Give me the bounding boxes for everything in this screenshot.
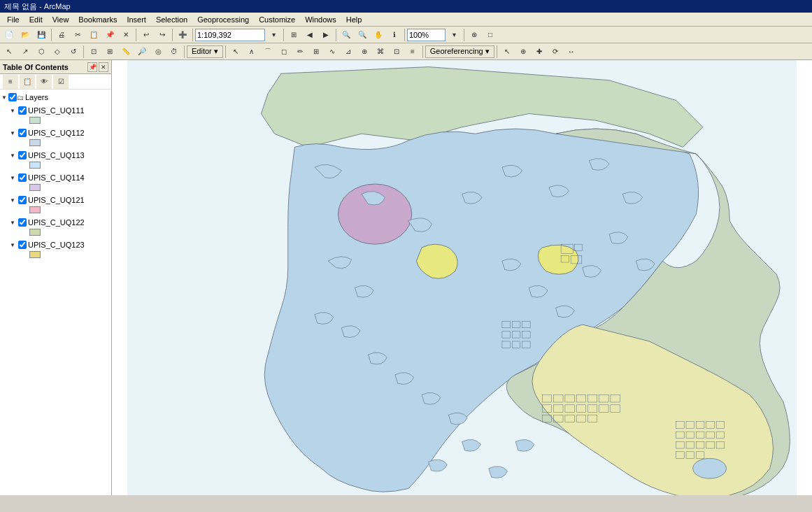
edit-tool9[interactable]: ⊕ bbox=[357, 45, 372, 59]
scale-dropdown[interactable]: ▾ bbox=[266, 28, 281, 42]
layers-group-header[interactable]: ▼ 🗂 Layers bbox=[0, 91, 111, 104]
menu-selection[interactable]: Selection bbox=[152, 14, 192, 25]
cut-button[interactable]: ✂ bbox=[70, 28, 85, 42]
layer-item-3[interactable]: ▼ UPIS_C_UQ114 bbox=[0, 171, 111, 193]
menu-edit[interactable]: Edit bbox=[25, 14, 47, 25]
georef-tool1[interactable]: ↖ bbox=[499, 45, 515, 59]
menu-geoprocessing[interactable]: Geoprocessing bbox=[193, 14, 253, 25]
edit-tool4[interactable]: ◻ bbox=[276, 45, 292, 59]
zoom-full[interactable]: ⊡ bbox=[86, 45, 101, 59]
pan[interactable]: ✋ bbox=[371, 28, 386, 42]
find[interactable]: 🔎 bbox=[134, 45, 150, 59]
edit-tool3[interactable]: ⌒ bbox=[260, 45, 276, 59]
go-to-xy[interactable]: ◎ bbox=[150, 45, 166, 59]
layer-expand-6: ▼ bbox=[10, 242, 17, 248]
layer-checkbox-4[interactable] bbox=[18, 196, 27, 204]
print-button[interactable]: 🖨 bbox=[54, 28, 69, 42]
rotate[interactable]: ↺ bbox=[66, 45, 81, 59]
toc-close-button[interactable]: ✕ bbox=[99, 62, 108, 72]
layer-item-1[interactable]: ▼ UPIS_C_UQ112 bbox=[0, 126, 111, 148]
paste-button[interactable]: 📌 bbox=[102, 28, 117, 42]
edit-vertices[interactable]: ◇ bbox=[50, 45, 65, 59]
layer-item-5[interactable]: ▼ UPIS_C_UQ122 bbox=[0, 215, 111, 238]
select-features[interactable]: ↖ bbox=[1, 45, 17, 59]
redo-button[interactable]: ↪ bbox=[155, 28, 170, 42]
layer-swatch-0 bbox=[29, 117, 41, 124]
edit-tool10[interactable]: ⌘ bbox=[373, 45, 388, 59]
layer-item-2[interactable]: ▼ UPIS_C_UQ113 bbox=[0, 148, 111, 171]
layer-row-6: ▼ UPIS_C_UQ123 bbox=[10, 239, 110, 251]
layer-checkbox-3[interactable] bbox=[18, 173, 27, 182]
georef-tool2[interactable]: ⊕ bbox=[515, 45, 531, 59]
layer-row-0: ▼ UPIS_C_UQ111 bbox=[10, 104, 110, 117]
edit-tool2[interactable]: ∧ bbox=[244, 45, 259, 59]
layer-expand-1: ▼ bbox=[10, 130, 17, 136]
edit-tool1[interactable]: ↖ bbox=[228, 45, 243, 59]
scale-input[interactable] bbox=[195, 29, 265, 41]
zoom-next[interactable]: ▶ bbox=[318, 28, 334, 42]
zoom-in[interactable]: 🔍 bbox=[339, 28, 354, 42]
toc-pin-button[interactable]: 📌 bbox=[87, 62, 97, 72]
georef-dropdown[interactable]: Georeferencing ▾ bbox=[425, 45, 494, 58]
layer-checkbox-5[interactable] bbox=[18, 218, 27, 227]
undo-button[interactable]: ↩ bbox=[138, 28, 154, 42]
menu-customize[interactable]: Customize bbox=[255, 14, 299, 25]
layer-item-4[interactable]: ▼ UPIS_C_UQ121 bbox=[0, 193, 111, 215]
editor-dropdown[interactable]: Editor ▾ bbox=[187, 45, 223, 58]
select-by-lasso[interactable]: ⬡ bbox=[34, 45, 49, 59]
copy-button[interactable]: 📋 bbox=[86, 28, 101, 42]
map-area[interactable] bbox=[112, 60, 812, 495]
layer-label-5: UPIS_C_UQ122 bbox=[28, 218, 85, 227]
tools-toolbar: ↖ ↗ ⬡ ◇ ↺ ⊡ ⊞ 📏 🔎 ◎ ⏱ Editor ▾ ↖ ∧ ⌒ ◻ ✏… bbox=[0, 43, 812, 60]
layer-checkbox-6[interactable] bbox=[18, 241, 27, 249]
menu-view[interactable]: View bbox=[48, 14, 73, 25]
menu-file[interactable]: File bbox=[3, 14, 24, 25]
list-by-visibility[interactable]: 👁 bbox=[36, 75, 52, 89]
layer-item-0[interactable]: ▼ UPIS_C_UQ111 bbox=[0, 104, 111, 126]
zoom-extent[interactable]: ⊞ bbox=[286, 28, 301, 42]
list-by-source[interactable]: 📋 bbox=[20, 75, 35, 89]
georef-tool5[interactable]: ↔ bbox=[564, 45, 579, 59]
identify[interactable]: ℹ bbox=[387, 28, 402, 42]
layers-group-checkbox[interactable] bbox=[8, 93, 17, 101]
select-elements[interactable]: ↗ bbox=[17, 45, 33, 59]
menu-windows[interactable]: Windows bbox=[301, 14, 341, 25]
georef-tool4[interactable]: ⟳ bbox=[548, 45, 563, 59]
list-by-selection[interactable]: ☑ bbox=[53, 75, 69, 89]
delete-button[interactable]: ✕ bbox=[118, 28, 134, 42]
edit-tool11[interactable]: ⊡ bbox=[389, 45, 404, 59]
layer-swatch-1 bbox=[29, 139, 41, 146]
save-button[interactable]: 💾 bbox=[34, 28, 49, 42]
edit-tool12[interactable]: ≡ bbox=[405, 45, 420, 59]
layer-checkbox-1[interactable] bbox=[18, 129, 27, 137]
zoom-percent[interactable] bbox=[407, 29, 446, 41]
georef-tool3[interactable]: ✚ bbox=[532, 45, 547, 59]
menu-insert[interactable]: Insert bbox=[122, 14, 150, 25]
menu-help[interactable]: Help bbox=[342, 14, 366, 25]
layer-row-5: ▼ UPIS_C_UQ122 bbox=[10, 216, 110, 229]
list-by-drawing-order[interactable]: ≡ bbox=[3, 75, 18, 89]
menu-bookmarks[interactable]: Bookmarks bbox=[74, 14, 121, 25]
zoom-percent-dropdown[interactable]: ▾ bbox=[446, 28, 462, 42]
time-slider[interactable]: ⏱ bbox=[166, 45, 182, 59]
layer-checkbox-0[interactable] bbox=[18, 106, 27, 115]
magnifier[interactable]: ⊕ bbox=[466, 28, 482, 42]
edit-tool7[interactable]: ∿ bbox=[325, 45, 340, 59]
zoom-layer[interactable]: ⊞ bbox=[102, 45, 117, 59]
measure[interactable]: 📏 bbox=[118, 45, 134, 59]
layer-item-6[interactable]: ▼ UPIS_C_UQ123 bbox=[0, 238, 111, 260]
overview[interactable]: □ bbox=[483, 28, 498, 42]
sep3 bbox=[172, 29, 173, 41]
new-button[interactable]: 📄 bbox=[1, 28, 17, 42]
layer-swatch-4 bbox=[29, 206, 41, 213]
open-button[interactable]: 📂 bbox=[17, 28, 33, 42]
edit-tool6[interactable]: ⊞ bbox=[308, 45, 324, 59]
edit-tool8[interactable]: ⊿ bbox=[341, 45, 356, 59]
layer-checkbox-2[interactable] bbox=[18, 151, 27, 159]
layer-swatch-2 bbox=[29, 162, 41, 169]
zoom-out[interactable]: 🔍 bbox=[355, 28, 370, 42]
edit-tool5[interactable]: ✏ bbox=[292, 45, 308, 59]
zoom-prev[interactable]: ◀ bbox=[302, 28, 318, 42]
add-data-button[interactable]: ➕ bbox=[175, 28, 190, 42]
toc-body: ▼ 🗂 Layers ▼ UPIS_C_UQ111 ▼ bbox=[0, 90, 111, 495]
